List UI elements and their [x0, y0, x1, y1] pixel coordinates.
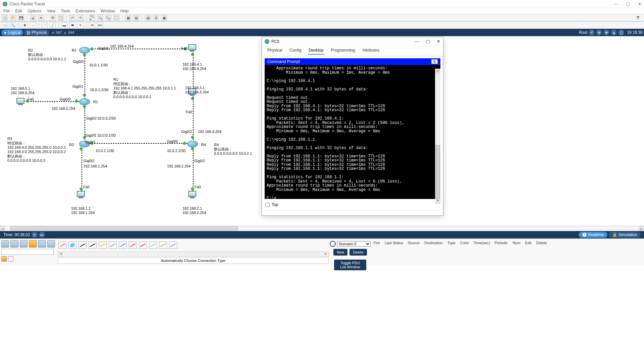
draw-line-icon[interactable]: ╱	[50, 22, 56, 28]
notes-icon[interactable]: ▤	[145, 15, 151, 21]
simulation-mode-button[interactable]: 🔒 Simulation	[609, 232, 641, 238]
move-object-icon[interactable]: ✥	[603, 29, 609, 36]
cable-tray-scroll[interactable]: ◂ ▸	[58, 252, 329, 257]
cable-auto-icon[interactable]	[58, 241, 66, 249]
scenario-new-button[interactable]: New	[333, 249, 347, 256]
select-tool-icon[interactable]: ▭	[2, 22, 8, 28]
cable-scroll-right[interactable]: ▸	[323, 252, 328, 257]
scroll-left-icon[interactable]: ◂	[0, 226, 5, 231]
save-icon[interactable]: 💾	[18, 15, 24, 21]
scroll-right-icon[interactable]: ▸	[639, 226, 644, 231]
root-label[interactable]: Root	[579, 30, 587, 35]
back-nav-icon[interactable]: ↶	[589, 29, 595, 36]
dialog-maximize-icon[interactable]: ▢	[426, 39, 430, 44]
bg-image-icon[interactable]: ▲	[611, 29, 617, 36]
pc-left[interactable]	[15, 98, 25, 107]
fast-forward-icon[interactable]: ▸▸	[39, 232, 45, 238]
physical-tab[interactable]: ▤ Physical	[24, 29, 49, 36]
router-r2[interactable]	[79, 47, 90, 54]
dialog-close-icon[interactable]: ✕	[437, 39, 440, 44]
new-file-icon[interactable]: ▢	[2, 15, 8, 21]
open-file-icon[interactable]: 📂	[10, 15, 16, 21]
palette-icon[interactable]: ▦	[125, 15, 131, 21]
draw-rect-icon[interactable]: ▬	[61, 22, 67, 28]
undo-icon[interactable]: ↶	[69, 15, 75, 21]
devcat-network[interactable]	[1, 240, 9, 248]
cable-phone-icon[interactable]	[109, 241, 117, 249]
devcat-misc[interactable]	[38, 240, 46, 248]
cable-fiber-icon[interactable]	[99, 241, 107, 249]
router-r1[interactable]	[79, 98, 90, 105]
power-cycle-icon[interactable]: ⟳	[32, 232, 38, 238]
note-tool-icon[interactable]: 📄	[42, 22, 48, 28]
tab-desktop[interactable]: Desktop	[308, 47, 324, 55]
cable-usb-icon[interactable]	[169, 241, 177, 249]
device-search-input[interactable]	[1, 249, 54, 255]
tab-config[interactable]: Config	[289, 47, 302, 55]
menu-window[interactable]: Window	[101, 9, 115, 13]
add-simple-pdu-icon[interactable]: ✉	[89, 22, 95, 28]
cable-console-icon[interactable]	[68, 241, 76, 249]
table-icon[interactable]: ▦	[161, 15, 167, 21]
note-r1[interactable]: R1 特定路由： 192.168.4.1 255.255.255.255 10.…	[113, 77, 177, 100]
devcat-multi[interactable]	[47, 240, 55, 248]
pc-topright[interactable]	[187, 44, 197, 53]
canvas-hscroll[interactable]: ◂ ▸	[0, 226, 644, 231]
menu-tools[interactable]: Tools	[61, 9, 70, 13]
draw-freeform-icon[interactable]: ✎	[77, 22, 84, 28]
devcat-components[interactable]	[20, 240, 28, 248]
cable-scroll-left[interactable]: ◂	[58, 252, 63, 257]
pc-botright[interactable]	[187, 191, 197, 200]
nav-levels-icon[interactable]: ⊕	[596, 29, 602, 36]
menu-help[interactable]: Help	[120, 9, 129, 13]
devcat-connections[interactable]	[29, 240, 37, 248]
devcat-sel-structured[interactable]	[8, 256, 13, 262]
device-dialog-icon[interactable]: ▤	[133, 15, 139, 21]
cable-crossover-icon[interactable]	[89, 241, 97, 249]
scenario-toggle-icon[interactable]	[330, 241, 336, 247]
device-dialog[interactable]: PC0 — ▢ ✕ Physical Config Desktop Progra…	[262, 37, 443, 216]
paste-icon[interactable]: 📋	[58, 15, 64, 21]
tab-programming[interactable]: Programming	[330, 47, 356, 55]
cable-coax-icon[interactable]	[119, 241, 127, 249]
tab-attributes[interactable]: Attributes	[362, 47, 380, 55]
inspect-tool-icon[interactable]: 🔍	[10, 22, 16, 28]
terminal-output[interactable]: Approximate round trip times in milli-se…	[265, 65, 440, 199]
hscroll-thumb[interactable]	[10, 226, 238, 230]
menu-options[interactable]: Options	[28, 9, 41, 13]
help-icon[interactable]: ?	[636, 15, 642, 20]
delete-tool-icon[interactable]: ✖	[22, 22, 28, 28]
menu-file[interactable]: File	[3, 9, 10, 13]
zoom-reset-icon[interactable]: 🔍	[97, 15, 103, 21]
zoom-in-icon[interactable]: 🔍+	[89, 15, 95, 21]
viewport-icon[interactable]: ▢	[618, 29, 624, 36]
cmd-close-button[interactable]: X	[431, 59, 438, 64]
minimize-button[interactable]: —	[614, 2, 618, 6]
cable-octal-icon[interactable]	[149, 241, 157, 249]
zoom-out-icon[interactable]: 🔍-	[105, 15, 111, 21]
resize-tool-icon[interactable]: ↔	[30, 22, 36, 28]
scroll-up-icon[interactable]: ▴	[435, 69, 440, 74]
close-button[interactable]: ✕	[638, 2, 641, 6]
scroll-down-icon[interactable]: ▾	[435, 199, 440, 204]
redo-icon[interactable]: ↷	[77, 15, 84, 21]
top-checkbox[interactable]	[265, 203, 270, 207]
tab-physical[interactable]: Physical	[267, 47, 283, 55]
print-icon[interactable]: 🖨	[30, 15, 36, 21]
devcat-sel-connections[interactable]	[1, 256, 7, 262]
dialog-titlebar[interactable]: PC0 — ▢ ✕	[262, 37, 443, 46]
cable-serial-dte-icon[interactable]	[139, 241, 147, 249]
terminal-scrollbar[interactable]: ▴ ▾	[435, 69, 440, 204]
scenario-delete-button[interactable]: Delete	[350, 249, 367, 256]
cable-iot-icon[interactable]	[159, 241, 167, 249]
toggle-pdu-list-button[interactable]: Toggle PDU List Window	[334, 260, 366, 270]
list-icon[interactable]: ☰	[153, 15, 159, 21]
dialog-minimize-icon[interactable]: —	[415, 39, 419, 44]
scenario-select[interactable]: Scenario 0	[337, 241, 371, 247]
wizard-icon[interactable]: ✦	[38, 15, 44, 21]
scroll-thumb[interactable]	[435, 145, 440, 199]
cable-straight-icon[interactable]	[78, 241, 87, 249]
note-r2[interactable]: R2 默认路由： 0.0.0.0 0.0.0.0 10.0.1.2	[28, 48, 67, 62]
workspace-canvas[interactable]: R2 默认路由： 0.0.0.0 0.0.0.0 10.0.1.2 R1 特定路…	[0, 36, 644, 226]
zoom-fit-icon[interactable]: ⛶	[113, 15, 119, 21]
